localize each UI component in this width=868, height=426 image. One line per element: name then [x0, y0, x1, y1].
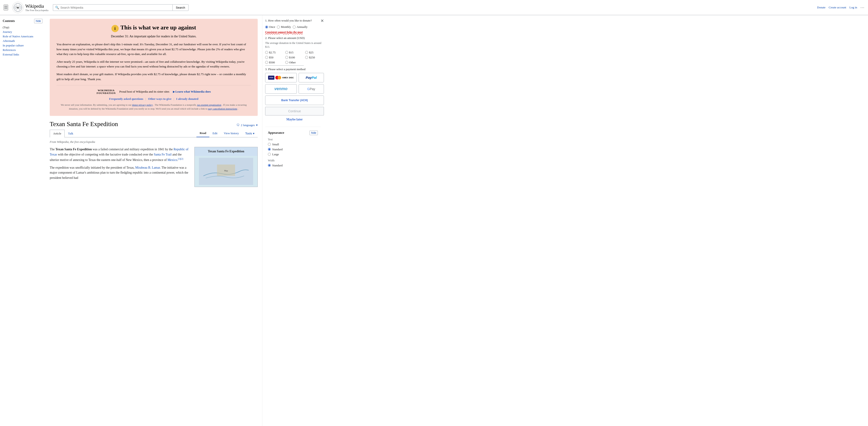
frequency-annually[interactable]: Annually [293, 25, 307, 29]
width-standard-radio[interactable] [268, 164, 271, 167]
tab-read[interactable]: Read [196, 130, 209, 137]
more-options-icon[interactable]: ⋯ [860, 5, 864, 10]
frequency-once-radio[interactable] [265, 26, 268, 29]
amount-grid: $2.75 $15 $25 $50 $100 [265, 51, 324, 66]
article-infobox: Texan Santa Fe Expedition Map [194, 147, 258, 187]
header-left: ☰ W Wikipedia The Free Encyclopedia [4, 2, 49, 13]
frequency-annually-label: Annually [297, 25, 307, 29]
discover-icon: DISC [289, 77, 294, 79]
width-standard[interactable]: Standard [268, 164, 318, 167]
cancellation-link[interactable]: easy cancellation instructions [208, 107, 237, 110]
toc-item-journey[interactable]: Journey [3, 30, 42, 34]
amount-250-radio[interactable] [305, 56, 308, 59]
tab-talk[interactable]: Talk [65, 130, 76, 137]
toc-item-aftermath[interactable]: Aftermath [3, 39, 42, 43]
maybe-later-link[interactable]: Maybe later [265, 118, 324, 121]
text-small-radio[interactable] [268, 143, 271, 146]
donation-widget: 1. How often would you like to donate? ✕… [265, 19, 324, 121]
donation-body-3: Most readers don't donate, so your gift … [57, 72, 251, 82]
amount-100[interactable]: $100 [285, 56, 304, 59]
santa-fe-trail-link[interactable]: Santa Fe Trail [154, 153, 172, 156]
card-payment-button[interactable]: VISA AMEX DISC [265, 73, 297, 82]
toc-link-popular-culture[interactable]: In popular culture [3, 44, 24, 47]
amount-275-radio[interactable] [265, 51, 268, 54]
search-button[interactable]: Search [173, 4, 188, 11]
amount-100-radio[interactable] [285, 56, 288, 59]
donation-body-2: After nearly 25 years, Wikipedia is stil… [57, 59, 251, 69]
amount-500-radio[interactable] [265, 61, 268, 64]
gpay-payment-button[interactable]: GPay [299, 84, 324, 94]
toc-link-role[interactable]: Role of Native Americans [3, 35, 33, 38]
infobox-map: Map [195, 156, 257, 187]
donate-link[interactable]: Donate [817, 6, 826, 9]
toc-item-role[interactable]: Role of Native Americans [3, 35, 42, 38]
frequency-annually-radio[interactable] [293, 26, 296, 29]
amount-15-radio[interactable] [285, 51, 288, 54]
search-input-wrapper: 🔍 [53, 4, 173, 11]
frequency-monthly[interactable]: Monthly [277, 25, 291, 29]
width-standard-label: Standard [272, 164, 283, 167]
gpay-text: GPay [307, 87, 315, 91]
donor-privacy-link[interactable]: donor privacy policy [132, 104, 153, 106]
amount-25[interactable]: $25 [305, 51, 324, 54]
toc-link-references[interactable]: References [3, 48, 16, 52]
appearance-hide-button[interactable]: hide [309, 131, 318, 135]
amount-50-radio[interactable] [265, 56, 268, 59]
wikipedia-subtitle: The Free Encyclopedia [25, 9, 49, 11]
text-standard-radio[interactable] [268, 148, 271, 151]
amount-other-radio[interactable] [285, 61, 288, 64]
paypal-payment-button[interactable]: PayPal [299, 73, 324, 82]
amount-250[interactable]: $250 [305, 56, 324, 59]
amount-other[interactable]: Other [285, 61, 304, 64]
donation-title: This is what we are up against [121, 24, 196, 31]
widget-step3-label: 3. Please select a payment method [265, 67, 324, 71]
lamar-link[interactable]: Mirabeau B. Lamar [135, 166, 160, 169]
widget-header: 1. How often would you like to donate? ✕ [265, 19, 324, 23]
frequency-monthly-radio[interactable] [277, 26, 280, 29]
donation-info-icon: i [112, 25, 119, 32]
amount-15[interactable]: $15 [285, 51, 304, 54]
infobox-map-svg: Map [199, 158, 253, 185]
tab-view-history[interactable]: View history [221, 130, 242, 137]
text-large[interactable]: Large [268, 152, 318, 156]
amount-275[interactable]: $2.75 [265, 51, 284, 54]
other-ways-link[interactable]: Other ways to give [148, 97, 171, 101]
article-tabs-left: Article Talk [50, 130, 76, 137]
close-widget-button[interactable]: ✕ [320, 19, 324, 23]
text-small[interactable]: Small [268, 143, 318, 146]
toc-link-journey[interactable]: Journey [3, 30, 12, 33]
toc-link-aftermath[interactable]: Aftermath [3, 39, 15, 42]
text-standard[interactable]: Standard [268, 148, 318, 151]
text-large-radio[interactable] [268, 153, 271, 156]
amount-250-label: $250 [309, 56, 315, 59]
amount-50[interactable]: $50 [265, 56, 284, 59]
toc-item-references[interactable]: References [3, 48, 42, 52]
venmo-text: venmo [274, 86, 287, 91]
create-account-link[interactable]: Create account [829, 6, 846, 9]
amount-500[interactable]: $500 [265, 61, 284, 64]
log-in-link[interactable]: Log in [849, 6, 857, 9]
bank-transfer-button[interactable]: Bank Transfer (ACH) [265, 95, 324, 105]
toc-item-popular-culture[interactable]: In popular culture [3, 44, 42, 47]
toc-hide-button[interactable]: hide [34, 19, 42, 23]
tools-button[interactable]: Tools ▾ [242, 130, 258, 137]
frequency-once[interactable]: Once [265, 25, 275, 29]
amount-25-radio[interactable] [305, 51, 308, 54]
wikipedia-logo-link[interactable]: W Wikipedia The Free Encyclopedia [12, 2, 49, 13]
already-donated-link[interactable]: I already donated [176, 97, 198, 101]
venmo-payment-button[interactable]: venmo [265, 84, 297, 94]
tax-exempt-link[interactable]: tax-exempt organization [197, 104, 221, 106]
search-input[interactable] [53, 4, 173, 11]
tab-edit[interactable]: Edit [209, 130, 221, 137]
continue-button[interactable]: Continue [265, 107, 324, 115]
mexico-link[interactable]: Mexico [167, 158, 177, 162]
toc-link-external-links[interactable]: External links [3, 53, 19, 56]
article-header: Texan Santa Fe Expedition 🗨 2 languages … [50, 120, 258, 127]
learn-wikimedia-link[interactable]: Learn what Wikimedia does [173, 90, 211, 93]
hamburger-menu-button[interactable]: ☰ [4, 4, 8, 10]
tab-article[interactable]: Article [50, 130, 65, 137]
toc-item-external-links[interactable]: External links [3, 53, 42, 56]
payment-options: VISA AMEX DISC PayPal venmo [265, 73, 324, 105]
languages-button[interactable]: 🗨 2 languages ▾ [237, 123, 258, 127]
faq-link[interactable]: Frequently asked questions [109, 97, 143, 101]
